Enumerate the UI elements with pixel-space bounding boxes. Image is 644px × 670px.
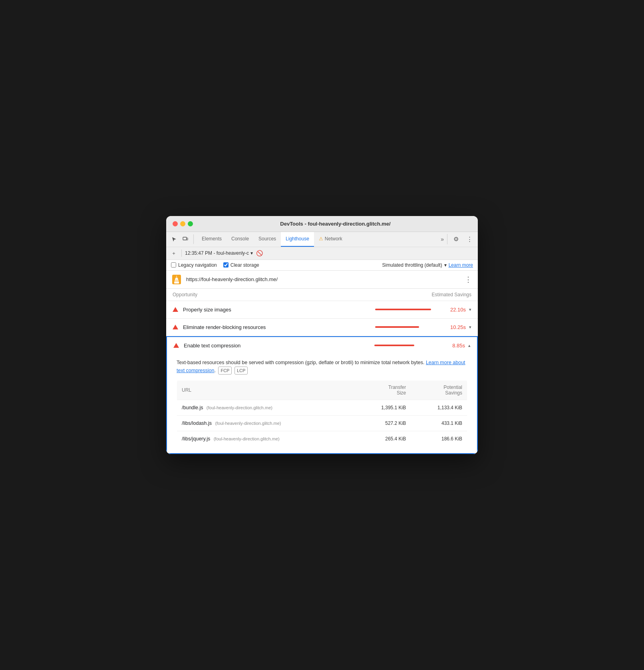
- file-name-1: /bundle.js: [182, 405, 203, 410]
- expand-icon-2[interactable]: ▾: [469, 325, 471, 330]
- opp-saving-3: 8.85s: [443, 343, 465, 349]
- table-row: /libs/jquery.js (foul-heavenly-direction…: [177, 431, 467, 447]
- col-transfer-header: TransferSize: [355, 381, 411, 400]
- col-savings-header: PotentialSavings: [411, 381, 467, 400]
- throttle-section: Simulated throttling (default) ▾ Learn m…: [382, 262, 473, 268]
- opp-bar-2: [375, 326, 419, 328]
- opp-row-text-compression[interactable]: Enable text compression 8.85s ▴: [166, 336, 478, 354]
- savings-2: 433.1 KiB: [411, 416, 467, 431]
- more-tabs-button[interactable]: »: [437, 236, 447, 242]
- traffic-lights: [173, 221, 193, 226]
- opportunities-section: Opportunity Estimated Savings Properly s…: [166, 289, 478, 454]
- file-domain-3: (foul-heavenly-direction.glitch.me): [214, 436, 280, 441]
- svg-rect-7: [175, 277, 178, 278]
- transfer-2: 527.2 KiB: [355, 416, 411, 431]
- window-title: DevTools - foul-heavenly-direction.glitc…: [199, 221, 471, 227]
- tab-sources[interactable]: Sources: [254, 232, 281, 247]
- close-button[interactable]: [173, 221, 178, 226]
- opp-bar-container-2: [375, 326, 439, 328]
- svg-rect-5: [175, 280, 179, 281]
- opp-bar-1: [375, 309, 431, 310]
- cursor-icon[interactable]: [169, 234, 179, 244]
- file-name-2: /libs/lodash.js: [182, 420, 212, 426]
- warning-triangle-2: [173, 325, 178, 329]
- svg-rect-1: [187, 238, 188, 240]
- settings-icon[interactable]: ⚙: [451, 234, 461, 244]
- toolbar-divider: [181, 250, 182, 257]
- opp-title-2: Eliminate render-blocking resources: [183, 324, 375, 330]
- file-domain-1: (foul-heavenly-direction.glitch.me): [207, 405, 272, 410]
- tabs-actions: ⚙ ⋮: [447, 234, 475, 244]
- file-domain-2: (foul-heavenly-direction.glitch.me): [215, 421, 281, 426]
- session-dropdown[interactable]: ▾: [250, 250, 253, 256]
- clear-storage-label: Clear storage: [231, 262, 259, 268]
- legacy-nav-checkbox[interactable]: Legacy navigation: [171, 262, 217, 268]
- opp-row-render-blocking[interactable]: Eliminate render-blocking resources 10.2…: [166, 319, 478, 336]
- transfer-1: 1,395.1 KiB: [355, 400, 411, 416]
- tab-network[interactable]: ⚠ Network: [314, 232, 347, 247]
- no-entry-icon[interactable]: 🚫: [256, 250, 263, 256]
- more-options-icon[interactable]: ⋮: [464, 234, 475, 244]
- expanded-description: Text-based resources should be served wi…: [177, 359, 467, 375]
- legacy-nav-input[interactable]: [171, 262, 176, 268]
- svg-rect-0: [183, 237, 187, 240]
- learn-more-link[interactable]: Learn more: [449, 262, 473, 268]
- new-tab-icon[interactable]: +: [169, 249, 178, 258]
- warning-triangle-1: [173, 307, 178, 312]
- expanded-content: Text-based resources should be served wi…: [166, 354, 478, 454]
- opp-saving-1: 22.10s: [444, 307, 466, 313]
- url-more-options[interactable]: ⋮: [463, 275, 473, 284]
- warning-triangle-3: [173, 343, 179, 348]
- tab-icon-group: [169, 234, 194, 244]
- titlebar: DevTools - foul-heavenly-direction.glitc…: [166, 216, 478, 232]
- file-name-3: /libs/jquery.js: [182, 436, 210, 442]
- col-savings: Estimated Savings: [432, 292, 471, 297]
- options-bar: Legacy navigation Clear storage Simulate…: [166, 260, 478, 271]
- savings-1: 1,133.4 KiB: [411, 400, 467, 416]
- opp-row-size-images[interactable]: Properly size images 22.10s ▾: [166, 301, 478, 319]
- transfer-3: 265.4 KiB: [355, 431, 411, 447]
- toolbar-bar: + 12:35:47 PM - foul-heavenly-c ▾ 🚫: [166, 247, 478, 260]
- opp-header: Opportunity Estimated Savings: [166, 289, 478, 301]
- opp-bar-container-1: [375, 309, 439, 310]
- tab-lighthouse[interactable]: Lighthouse: [281, 232, 314, 247]
- fcp-badge: FCP: [218, 367, 232, 375]
- throttle-label: Simulated throttling (default): [382, 262, 442, 268]
- opp-title-1: Properly size images: [183, 307, 375, 313]
- file-cell-2: /libs/lodash.js (foul-heavenly-direction…: [177, 416, 355, 431]
- svg-rect-6: [174, 281, 179, 283]
- devtools-window: DevTools - foul-heavenly-direction.glitc…: [166, 216, 478, 454]
- lcp-badge: LCP: [235, 367, 248, 375]
- clear-storage-input[interactable]: [223, 262, 229, 268]
- opp-bar-container-3: [374, 345, 438, 346]
- lighthouse-logo: [171, 274, 182, 285]
- throttle-dropdown-icon[interactable]: ▾: [444, 262, 447, 268]
- col-url-header: URL: [177, 381, 355, 400]
- opp-saving-2: 10.25s: [444, 324, 466, 330]
- legacy-nav-label: Legacy navigation: [178, 262, 217, 268]
- opp-bar-3: [374, 345, 414, 346]
- expand-icon-3[interactable]: ▴: [468, 343, 471, 348]
- tabs-bar: Elements Console Sources Lighthouse ⚠ Ne…: [166, 232, 478, 247]
- maximize-button[interactable]: [188, 221, 193, 226]
- clear-storage-checkbox[interactable]: Clear storage: [223, 262, 259, 268]
- savings-3: 186.6 KiB: [411, 431, 467, 447]
- opp-title-3: Enable text compression: [184, 343, 374, 349]
- url-bar: https://foul-heavenly-direction.glitch.m…: [166, 271, 478, 289]
- svg-rect-4: [175, 279, 178, 280]
- session-label: 12:35:47 PM - foul-heavenly-c ▾: [185, 250, 253, 256]
- file-cell-1: /bundle.js (foul-heavenly-direction.glit…: [177, 400, 355, 416]
- tab-elements[interactable]: Elements: [197, 232, 227, 247]
- tab-console[interactable]: Console: [227, 232, 254, 247]
- device-icon[interactable]: [181, 234, 190, 244]
- file-cell-3: /libs/jquery.js (foul-heavenly-direction…: [177, 431, 355, 447]
- tabs-list: Elements Console Sources Lighthouse ⚠ Ne…: [197, 232, 437, 247]
- table-row: /bundle.js (foul-heavenly-direction.glit…: [177, 400, 467, 416]
- devtools-body: Elements Console Sources Lighthouse ⚠ Ne…: [166, 232, 478, 454]
- network-warning-icon: ⚠: [319, 236, 323, 242]
- col-opportunity: Opportunity: [173, 292, 197, 297]
- table-row: /libs/lodash.js (foul-heavenly-direction…: [177, 416, 467, 431]
- expand-icon-1[interactable]: ▾: [469, 307, 471, 312]
- minimize-button[interactable]: [180, 221, 185, 226]
- url-text: https://foul-heavenly-direction.glitch.m…: [186, 276, 463, 282]
